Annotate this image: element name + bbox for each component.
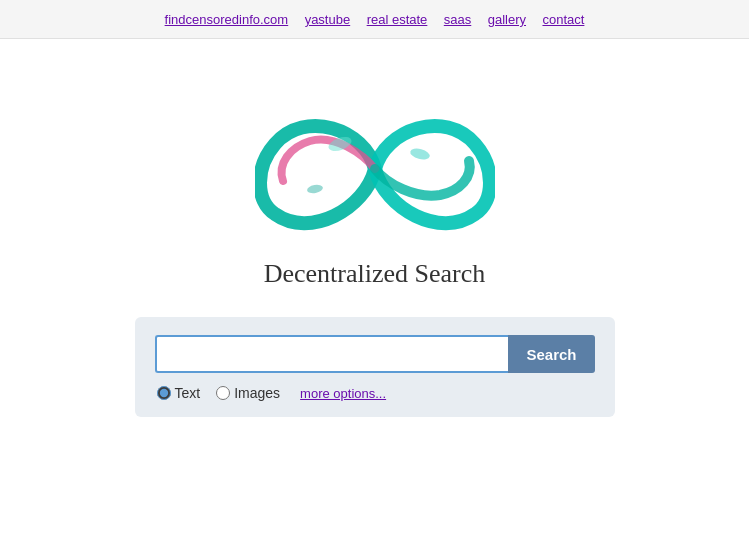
nav-saas[interactable]: saas bbox=[444, 12, 471, 27]
svg-point-2 bbox=[306, 184, 323, 195]
svg-point-1 bbox=[409, 147, 431, 162]
radio-text-label: Text bbox=[175, 385, 201, 401]
radio-images-label: Images bbox=[234, 385, 280, 401]
more-options-link[interactable]: more options... bbox=[300, 386, 386, 401]
radio-text-option[interactable]: Text bbox=[157, 385, 201, 401]
site-logo bbox=[255, 99, 495, 239]
radio-images-option[interactable]: Images bbox=[216, 385, 280, 401]
search-box: Search Text Images more options... bbox=[135, 317, 615, 417]
nav-realestate[interactable]: real estate bbox=[367, 12, 428, 27]
search-options: Text Images more options... bbox=[155, 385, 595, 401]
radio-text-input[interactable] bbox=[157, 386, 171, 400]
top-nav: findcensoredinfo.com yastube real estate… bbox=[0, 0, 749, 39]
nav-contact[interactable]: contact bbox=[542, 12, 584, 27]
radio-images-input[interactable] bbox=[216, 386, 230, 400]
nav-gallery[interactable]: gallery bbox=[488, 12, 526, 27]
search-button[interactable]: Search bbox=[508, 335, 594, 373]
site-title: Decentralized Search bbox=[264, 259, 486, 289]
search-input[interactable] bbox=[155, 335, 509, 373]
search-input-row: Search bbox=[155, 335, 595, 373]
nav-yastube[interactable]: yastube bbox=[305, 12, 351, 27]
main-content: Decentralized Search Search Text Images … bbox=[0, 39, 749, 417]
nav-findcensoredinfo[interactable]: findcensoredinfo.com bbox=[165, 12, 289, 27]
